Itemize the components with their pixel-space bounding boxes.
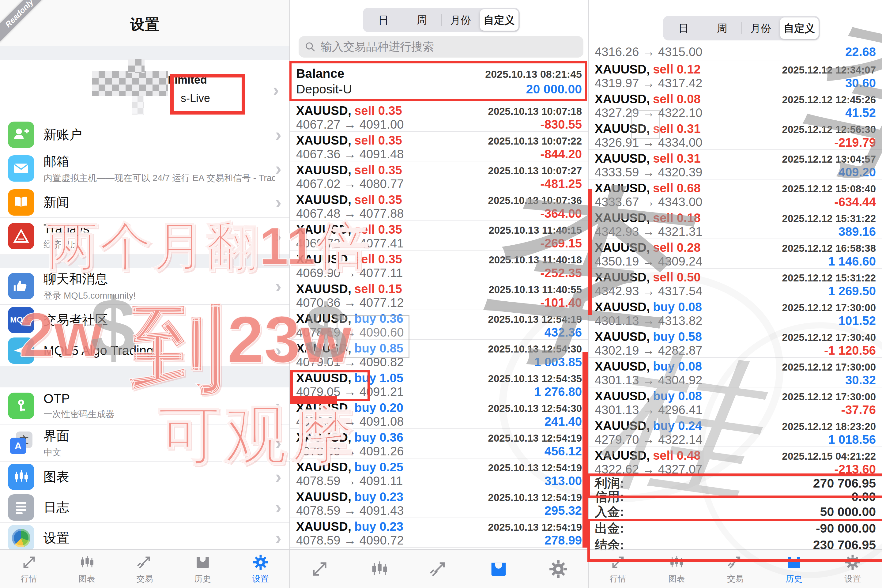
history-panel-december: 日 周 月份 自定义 4316.26 → 4315.00 22.68 XAUUS… xyxy=(589,0,882,588)
trade-prices: 4326.91 → 4334.00 xyxy=(595,136,702,150)
trade-row[interactable]: XAUUSD,sell 0.35 2025.10.13 10:07:36 406… xyxy=(290,191,588,221)
menu-item-interface[interactable]: 文 A 界面 中文 xyxy=(0,424,290,462)
trade-profit: 22.68 xyxy=(845,45,876,59)
trade-row[interactable]: XAUUSD,buy 0.25 2025.10.13 12:54:19 4078… xyxy=(290,459,588,488)
trade-symbol: XAUUSD, xyxy=(296,312,351,325)
trade-row[interactable]: XAUUSD,sell 0.18 2025.12.12 15:31:22 434… xyxy=(589,209,882,239)
menu-item-traders-community[interactable]: MQL5 交易者社区 xyxy=(0,305,290,335)
tab-settings[interactable]: 设置 xyxy=(231,550,290,588)
trade-side-volume: sell 0.35 xyxy=(354,193,402,206)
menu-item-otp[interactable]: OTP 一次性密码生成器 xyxy=(0,387,290,424)
journal-icon xyxy=(8,494,34,520)
trade-prices: 4069.72 → 4077.41 xyxy=(296,236,404,250)
menu-item-journal[interactable]: 日志 xyxy=(0,492,290,523)
trade-row[interactable]: XAUUSD,sell 0.35 2025.10.13 11:40:15 406… xyxy=(290,221,588,250)
trade-row[interactable]: XAUUSD,sell 0.12 2025.12.12 12:34:07 431… xyxy=(589,61,882,90)
tab-settings[interactable] xyxy=(528,550,588,588)
segment-day[interactable]: 日 xyxy=(364,9,403,31)
trade-profit: 389.16 xyxy=(838,225,876,238)
trade-side-volume: sell 0.35 xyxy=(354,223,402,236)
trade-row-partial[interactable]: 4316.26 → 4315.00 22.68 xyxy=(589,43,882,61)
trade-row[interactable]: XAUUSD,sell 0.35 2025.10.13 10:07:22 406… xyxy=(290,132,588,161)
menu-item-settings[interactable]: 设置 xyxy=(0,523,290,554)
tab-quotes[interactable]: 行情 xyxy=(0,550,58,588)
trade-row[interactable]: XAUUSD,buy 0.08 2025.12.12 17:30:00 4301… xyxy=(589,387,882,417)
trade-row[interactable]: XAUUSD,sell 0.48 2025.12.15 04:21:22 432… xyxy=(589,447,882,477)
segment-day[interactable]: 日 xyxy=(664,18,703,39)
section-gap xyxy=(0,366,290,387)
segment-custom[interactable]: 自定义 xyxy=(480,9,519,31)
trade-row[interactable]: XAUUSD,buy 0.20 2025.10.13 12:54:30 4079… xyxy=(290,399,588,429)
trade-row[interactable]: XAUUSD,sell 0.31 2025.12.12 13:04:57 433… xyxy=(589,150,882,180)
menu-item-charts[interactable]: 图表 xyxy=(0,462,290,492)
trade-row[interactable]: XAUUSD,buy 1.05 2025.10.13 12:54:35 4079… xyxy=(290,369,588,399)
tab-settings[interactable]: 设置 xyxy=(823,550,882,588)
menu-item-tradays[interactable]: Tradays 经济日历 xyxy=(0,218,290,255)
trade-row[interactable]: XAUUSD,buy 0.23 2025.10.13 12:54:19 4078… xyxy=(290,518,588,548)
trade-row[interactable]: XAUUSD,sell 0.31 2025.12.12 12:56:30 432… xyxy=(589,120,882,150)
trade-row[interactable]: XAUUSD,sell 0.35 2025.10.13 11:40:18 406… xyxy=(290,250,588,280)
trade-side-volume: sell 0.31 xyxy=(653,152,701,165)
trade-row[interactable]: XAUUSD,buy 0.58 2025.12.12 17:30:40 4302… xyxy=(589,328,882,358)
balance-comment: Deposit-U xyxy=(296,82,352,96)
segment-custom[interactable]: 自定义 xyxy=(780,18,819,39)
trade-row[interactable]: XAUUSD,buy 0.08 2025.12.12 17:30:00 4301… xyxy=(589,358,882,387)
trade-symbol: XAUUSD, xyxy=(595,152,650,165)
trade-row[interactable]: XAUUSD,buy 0.23 2025.10.13 12:54:19 4078… xyxy=(290,488,588,518)
tab-charts[interactable]: 图表 xyxy=(647,550,706,588)
tab-quotes[interactable]: 行情 xyxy=(589,550,647,588)
menu-item-chat[interactable]: 聊天和消息 登录 MQL5.community! xyxy=(0,268,290,305)
trade-row[interactable]: XAUUSD,sell 0.68 2025.12.12 15:08:40 433… xyxy=(589,180,882,209)
trade-row[interactable]: XAUUSD,sell 0.08 2025.12.12 12:45:26 432… xyxy=(589,90,882,120)
trade-row[interactable]: XAUUSD,sell 0.35 2025.10.13 10:07:18 406… xyxy=(290,102,588,132)
menu-item-mailbox[interactable]: 邮箱 内置虚拟主机——现在可以 24/7 运行 EA 交易和信号 - Tradi… xyxy=(0,150,290,187)
tab-history[interactable] xyxy=(469,550,529,588)
search-input[interactable]: 输入交易品种进行搜索 xyxy=(298,36,584,58)
trade-row[interactable]: XAUUSD,buy 0.24 2025.12.12 18:23:20 4279… xyxy=(589,417,882,447)
trade-time: 2025.10.13 12:54:19 xyxy=(488,314,582,325)
trade-symbol: XAUUSD, xyxy=(296,282,351,296)
segment-month[interactable]: 月份 xyxy=(741,18,780,39)
trade-row[interactable]: XAUUSD,buy 0.08 2025.12.12 17:30:00 4301… xyxy=(589,298,882,328)
segment-month[interactable]: 月份 xyxy=(441,9,480,31)
tab-charts[interactable]: 图表 xyxy=(58,550,116,588)
trade-symbol: XAUUSD, xyxy=(296,252,351,266)
trade-row[interactable]: XAUUSD,sell 0.50 2025.12.12 15:31:22 434… xyxy=(589,268,882,298)
trade-row[interactable]: XAUUSD,buy 0.36 2025.10.13 12:54:19 4078… xyxy=(290,310,588,340)
chevron-right-icon xyxy=(275,466,282,487)
trade-symbol: XAUUSD, xyxy=(296,490,351,504)
trade-row[interactable]: XAUUSD,sell 0.35 2025.10.13 10:07:27 406… xyxy=(290,161,588,191)
trade-profit: 1 269.50 xyxy=(828,284,876,298)
segment-week[interactable]: 周 xyxy=(703,18,741,39)
tab-history[interactable]: 历史 xyxy=(765,550,824,588)
trade-time: 2025.12.15 04:21:22 xyxy=(782,450,876,462)
trade-profit: 30.60 xyxy=(845,76,876,90)
tab-history[interactable]: 历史 xyxy=(174,550,231,588)
menu-item-news[interactable]: 新闻 xyxy=(0,187,290,218)
tab-trade[interactable]: 交易 xyxy=(116,550,174,588)
trade-time: 2025.10.13 10:07:18 xyxy=(488,106,582,117)
trade-time: 2025.12.12 17:30:40 xyxy=(782,332,876,343)
trade-symbol: XAUUSD, xyxy=(595,122,650,135)
account-row[interactable]: Limited s-Live xyxy=(0,60,290,120)
segment-week[interactable]: 周 xyxy=(403,9,441,31)
tab-trade[interactable] xyxy=(409,550,469,588)
trade-time: 2025.12.12 17:30:00 xyxy=(782,391,876,403)
menu-label: MQL5 Algo Trading xyxy=(44,343,275,358)
trade-row[interactable]: XAUUSD,sell 0.28 2025.12.12 16:58:38 435… xyxy=(589,239,882,268)
menu-label: 新账户 xyxy=(44,126,275,143)
trade-row[interactable]: XAUUSD,buy 0.85 2025.10.13 12:54:30 4079… xyxy=(290,340,588,369)
menu-label: 日志 xyxy=(44,499,275,516)
tab-charts[interactable] xyxy=(350,550,410,588)
trade-row[interactable]: XAUUSD,buy 0.36 2025.10.13 12:54:19 4078… xyxy=(290,429,588,459)
menu-item-mql5-algo-trading[interactable]: MQL5 Algo Trading xyxy=(0,335,290,366)
tab-bar-right: 行情 图表 交易 历史 设置 xyxy=(589,549,882,588)
menu-label: 聊天和消息 xyxy=(44,270,275,288)
charts-icon xyxy=(8,464,34,490)
trade-symbol: XAUUSD, xyxy=(595,330,650,343)
tab-quotes[interactable] xyxy=(290,550,350,588)
tab-trade[interactable]: 交易 xyxy=(706,550,765,588)
menu-item-new-account[interactable]: 新账户 xyxy=(0,119,290,150)
trade-row[interactable]: XAUUSD,sell 0.15 2025.10.13 11:40:55 407… xyxy=(290,280,588,310)
balance-row[interactable]: Balance 2025.10.13 08:21:45 Deposit-U 20… xyxy=(290,62,588,101)
